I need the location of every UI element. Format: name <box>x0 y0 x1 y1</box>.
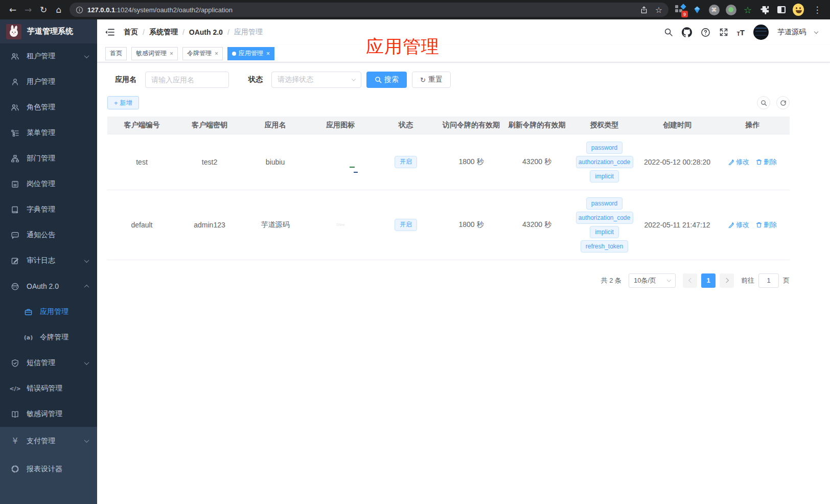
address-bar[interactable]: 127.0.0.1:1024/system/oauth2/oauth2/appl… <box>70 3 668 17</box>
sidebar-item-sensitive-word[interactable]: 敏感词管理 <box>0 401 97 427</box>
col-app-name: 应用名 <box>243 117 308 134</box>
collapse-sidebar-icon[interactable] <box>105 28 115 37</box>
trash-icon <box>756 159 762 165</box>
sidebar-item-oauth-token[interactable]: (a) 令牌管理 <box>0 325 97 350</box>
chevron-down-icon <box>84 258 89 263</box>
profile-avatar[interactable] <box>793 4 804 15</box>
split-view-icon[interactable] <box>776 4 787 15</box>
extension-grid-icon[interactable]: 9 <box>675 4 686 15</box>
sidebar-item-errorcode[interactable]: </> 错误码管理 <box>0 376 97 401</box>
plus-icon: + <box>114 100 118 106</box>
role-users-icon <box>11 103 19 112</box>
refresh-icon: ↻ <box>420 76 426 84</box>
delete-button[interactable]: 删除 <box>756 157 777 167</box>
sidebar-item-report-designer[interactable]: 报表设计器 <box>0 455 97 483</box>
briefcase-icon <box>24 308 33 316</box>
cell-refresh-ttl: 43200 秒 <box>522 157 551 166</box>
col-access-ttl: 访问令牌的有效期 <box>439 117 504 134</box>
page-size-select[interactable]: 10条/页 <box>629 273 676 288</box>
menu-tree-icon <box>11 129 19 138</box>
site-info-icon[interactable] <box>76 6 83 14</box>
next-page-button[interactable] <box>720 273 734 288</box>
tab-token[interactable]: 令牌管理 × <box>182 47 223 60</box>
breadcrumb-oauth[interactable]: OAuth 2.0 <box>189 28 223 36</box>
browser-menu-icon[interactable]: ⋮ <box>810 2 825 17</box>
user-avatar[interactable] <box>753 25 769 40</box>
edit-button[interactable]: 修改 <box>728 220 749 230</box>
header-search-icon[interactable] <box>664 28 673 37</box>
page-unit-label: 页 <box>783 276 790 285</box>
extension-gem-icon[interactable] <box>691 4 703 15</box>
close-icon[interactable]: × <box>215 51 218 57</box>
bookmark-star-icon[interactable]: ☆ <box>655 2 662 17</box>
sidebar-item-oauth[interactable]: OAuth 2.0 <box>0 273 97 299</box>
sidebar-item-tenant[interactable]: 租户管理 <box>0 43 97 69</box>
forward-icon[interactable]: → <box>20 2 36 17</box>
col-app-icon: 应用图标 <box>308 117 373 134</box>
app-name-input[interactable] <box>145 72 229 88</box>
edit-button[interactable]: 修改 <box>728 157 749 167</box>
github-icon[interactable] <box>682 27 692 37</box>
caret-down-icon[interactable] <box>814 29 818 33</box>
page-content: 应用名 状态 请选择状态 搜索 ↻ 重置 <box>97 62 790 288</box>
extensions-puzzle-icon[interactable] <box>759 4 770 15</box>
browser-toolbar: ← → ↻ ⌂ 127.0.0.1:1024/system/oauth2/oau… <box>0 0 830 19</box>
sidebar-item-dict[interactable]: 字典管理 <box>0 197 97 222</box>
back-icon[interactable]: ← <box>5 2 20 17</box>
add-button[interactable]: + 新增 <box>107 96 139 109</box>
sidebar-item-role[interactable]: 角色管理 <box>0 95 97 120</box>
extension-command-icon[interactable]: ⌘ <box>708 4 720 15</box>
sidebar-item-notice[interactable]: 通知公告 <box>0 222 97 248</box>
sidebar: 芋道管理系统 租户管理 用户管理 角色管理 菜单管理 部门管理 <box>0 19 97 504</box>
status-select[interactable]: 请选择状态 <box>271 72 361 88</box>
close-icon[interactable]: × <box>266 51 270 57</box>
sidebar-item-audit-log[interactable]: 审计日志 <box>0 248 97 273</box>
search-button[interactable]: 搜索 <box>366 72 407 88</box>
username[interactable]: 芋道源码 <box>777 28 806 37</box>
trash-icon <box>756 222 762 228</box>
sidebar-item-menu[interactable]: 菜单管理 <box>0 120 97 146</box>
delete-button[interactable]: 删除 <box>756 220 777 230</box>
robot-icon <box>11 282 19 291</box>
sidebar-item-user[interactable]: 用户管理 <box>0 69 97 95</box>
cell-client-secret: admin123 <box>194 221 225 229</box>
extension-recorder-icon[interactable] <box>725 4 736 15</box>
tab-application[interactable]: 应用管理 × <box>227 47 274 60</box>
col-grant-types: 授权类型 <box>570 117 639 134</box>
sidebar-item-dept[interactable]: 部门管理 <box>0 146 97 171</box>
sidebar-item-oauth-application[interactable]: 应用管理 <box>0 299 97 325</box>
col-refresh-ttl: 刷新令牌的有效期 <box>504 117 570 134</box>
goto-page-input[interactable] <box>758 273 779 288</box>
top-navbar: 首页 / 系统管理 / OAuth 2.0 / 应用管理 <box>97 19 830 45</box>
sidebar-item-sms[interactable]: 短信管理 <box>0 350 97 376</box>
id-badge-icon <box>11 180 19 189</box>
filter-form: 应用名 状态 请选择状态 搜索 ↻ 重置 <box>107 72 790 88</box>
font-size-icon[interactable]: TT <box>737 28 745 37</box>
grant-type-tags: password authorization_code implicit <box>572 142 637 182</box>
sidebar-item-post[interactable]: 岗位管理 <box>0 171 97 197</box>
close-icon[interactable]: × <box>170 51 173 57</box>
refresh-table-button[interactable] <box>776 96 790 109</box>
prev-page-button[interactable] <box>683 273 697 288</box>
tab-sensitive-word[interactable]: 敏感词管理 × <box>131 47 178 60</box>
cell-app-name: 芋道源码 <box>261 220 290 228</box>
search-icon <box>375 76 382 83</box>
toggle-search-button[interactable] <box>757 96 770 109</box>
help-icon[interactable] <box>701 28 710 37</box>
share-icon[interactable] <box>640 6 648 14</box>
home-icon[interactable]: ⌂ <box>51 2 66 17</box>
reload-icon[interactable]: ↻ <box>36 2 51 17</box>
chevron-down-icon <box>84 53 89 58</box>
reset-button[interactable]: ↻ 重置 <box>412 72 451 88</box>
total-count: 共 2 条 <box>601 276 621 285</box>
tab-home[interactable]: 首页 <box>105 47 127 60</box>
extension-star-icon[interactable]: ☆ <box>742 4 753 15</box>
sidebar-item-payment[interactable]: ¥ 支付管理 <box>0 427 97 455</box>
col-client-secret: 客户端密钥 <box>176 117 243 134</box>
system-submenu: 租户管理 用户管理 角色管理 菜单管理 部门管理 岗位管理 <box>0 43 97 427</box>
page-number-1[interactable]: 1 <box>701 273 716 288</box>
table-row: test test2 biubiu 开启 1800 秒 43200 秒 <box>107 134 790 190</box>
breadcrumb-system[interactable]: 系统管理 <box>149 28 178 37</box>
fullscreen-icon[interactable] <box>719 28 728 37</box>
breadcrumb-home[interactable]: 首页 <box>124 28 138 37</box>
